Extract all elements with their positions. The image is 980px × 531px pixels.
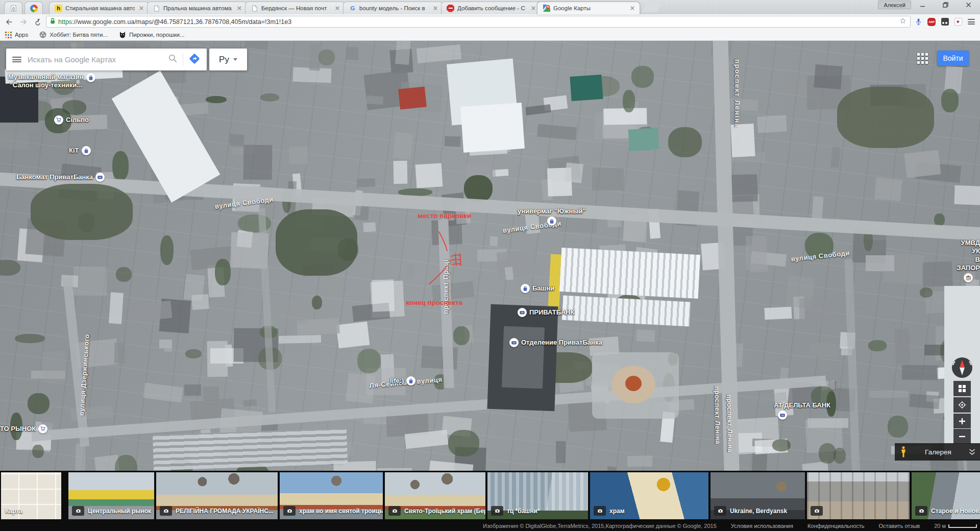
tab-google-maps[interactable]: Google Карты [537, 2, 640, 14]
language-selector[interactable]: Ру [209, 49, 247, 70]
map-feature [920, 287, 933, 298]
poi-kit[interactable]: КіТ [69, 146, 91, 155]
map-feature [336, 322, 370, 349]
tab-close-icon[interactable] [530, 5, 536, 12]
imagery-grid-button[interactable] [953, 381, 971, 396]
map-feature [74, 267, 107, 296]
search-icon[interactable] [168, 54, 178, 65]
poi-market[interactable]: ТО РЫНОК [0, 424, 47, 433]
tab-close-icon[interactable] [432, 5, 438, 12]
gallery-thumb-holy-trinity-church[interactable]: храм во имя святой троицы [280, 472, 383, 519]
minimize-button[interactable] [911, 0, 934, 10]
tab-bounty-search[interactable]: G bounty модель - Поиск в [343, 2, 443, 14]
tab-close-icon[interactable] [334, 5, 340, 12]
map-feature [904, 150, 941, 178]
directions-button[interactable] [188, 53, 201, 67]
zoom-in-button[interactable] [953, 414, 971, 428]
poi-life[interactable]: life:) [390, 376, 415, 385]
address-bar[interactable]: https://www.google.com.ua/maps/@46.75871… [46, 16, 911, 28]
adblock-icon[interactable]: ABP [926, 16, 937, 28]
pinned-tab-2[interactable] [24, 2, 43, 14]
poi-privatbank-branch[interactable]: Отделение ПриватБанка [509, 338, 602, 347]
pegman-icon[interactable] [899, 445, 908, 458]
poi-privatbank-atm[interactable]: Банкомат ПриватБанка [16, 173, 105, 182]
gallery-thumb-old-and-new[interactable]: Старое и Новое... [912, 472, 980, 519]
compass-button[interactable] [950, 356, 974, 379]
browser-user-button[interactable]: Алексей [878, 1, 911, 9]
gallery-thumb-central-market[interactable]: Центральный рынок [68, 472, 154, 519]
zoom-out-button[interactable] [953, 429, 971, 444]
map-feature [812, 196, 823, 220]
map-feature [215, 259, 231, 285]
tab-close-icon[interactable] [236, 5, 242, 12]
street-label-lenina-2: проспект Леніна [713, 386, 722, 445]
map-feature [772, 439, 791, 451]
map-feature [372, 280, 395, 312]
heart-extension-icon[interactable]: ♥ [952, 16, 964, 28]
tab-title: bounty модель - Поиск в [359, 5, 429, 11]
gallery-toggle-bar[interactable]: Галерея [895, 443, 980, 461]
tab-close-icon[interactable] [629, 5, 635, 12]
url-text: https://www.google.com.ua/maps/@46.75871… [58, 18, 896, 26]
search-input[interactable] [27, 55, 163, 64]
gallery-thumb-building[interactable] [807, 472, 910, 519]
svg-text:G: G [350, 5, 355, 11]
bookmark-apps[interactable]: Apps [5, 32, 28, 38]
bookmark-star-icon[interactable] [899, 17, 907, 27]
restore-button[interactable] [934, 0, 957, 10]
gallery-thumb-tc-bashni[interactable]: тц *башни* [487, 472, 588, 519]
map-feature [845, 259, 861, 471]
poi-silpo[interactable]: Сільпо [54, 115, 89, 125]
map-feature [525, 104, 551, 115]
feedback-link[interactable]: Оставить отзыв [879, 523, 920, 529]
poi-bashni[interactable]: Башни [521, 284, 554, 293]
gallery-thumb-ukraine-berdyansk[interactable]: Ukraine, Berdyansk [710, 472, 805, 519]
camera-icon [714, 506, 726, 516]
apps-grid-icon [5, 32, 12, 38]
map-feature [288, 147, 308, 164]
terms-link[interactable]: Условия использования [731, 523, 793, 529]
tab-berdyansk-post[interactable]: Бердянск — Новая почт [245, 2, 345, 14]
poi-privatbank[interactable]: ПРИВАТБАНК [518, 308, 574, 317]
map-feature [810, 343, 839, 357]
map-feature [243, 145, 273, 180]
camera-icon [491, 506, 503, 516]
gallery-thumb-map[interactable]: Карта [1, 472, 61, 519]
tab-washing-machine-1[interactable]: h Стиральная машина авто [49, 2, 149, 14]
map-feature [203, 387, 220, 401]
extension-icon[interactable] [939, 16, 950, 28]
reload-button[interactable] [32, 16, 44, 28]
map-feature [631, 66, 654, 88]
map-feature [229, 134, 244, 147]
pinned-tab-1[interactable]: {} [4, 2, 22, 14]
tab-add-message[interactable]: Добавить сообщение - С [441, 2, 541, 14]
gallery-thumb-khram[interactable]: храм [590, 472, 708, 519]
poi-music-store[interactable]: Музыкальный магазин "Салон шоу-техники..… [8, 73, 95, 90]
new-tab-button[interactable] [642, 3, 662, 12]
gallery-thumb-religious-community[interactable]: РЕЛІГІЙНА ГРОМАДА УКРАЇНС... [156, 472, 278, 519]
bookmark-hobbit[interactable]: Хоббит: Битва пяти... [39, 31, 108, 38]
maps-menu-icon[interactable] [12, 57, 21, 62]
gallery-thumb-svyato-troitsky[interactable]: Свято-Троїцький храм (Бердян... [385, 472, 485, 519]
tab-title: Стиральная машина авто [65, 5, 135, 11]
poi-umvd[interactable]: УМВД УК В ЗАПОР [952, 239, 980, 282]
tab-close-icon[interactable] [138, 5, 144, 12]
privacy-link[interactable]: Конфиденциальность [807, 523, 865, 529]
bookmark-pirozhki[interactable]: Пирожки, порошки... [119, 31, 185, 38]
poi-univermag-yuzhny[interactable]: универмаг "Южный" [518, 207, 586, 226]
tab-title: Пральна машина автома [163, 5, 233, 11]
voice-search-icon[interactable] [913, 16, 924, 28]
google-apps-grid-button[interactable] [916, 52, 929, 65]
sign-in-button[interactable]: Войти [937, 51, 969, 66]
map-feature [164, 344, 172, 351]
browser-chrome: {} h Стиральная машина авто Пральна маши… [0, 0, 980, 41]
map-feature [279, 335, 322, 344]
map-feature [357, 349, 380, 373]
browser-menu-icon[interactable] [966, 16, 977, 28]
my-location-button[interactable] [953, 397, 971, 413]
forward-button[interactable] [17, 16, 30, 28]
back-button[interactable] [3, 16, 15, 28]
tab-washing-machine-2[interactable]: Пральна машина автома [147, 2, 247, 14]
poi-delta-bank[interactable]: АТ ДЕЛЬТА БАНК [774, 401, 830, 420]
close-window-button[interactable] [957, 0, 980, 10]
